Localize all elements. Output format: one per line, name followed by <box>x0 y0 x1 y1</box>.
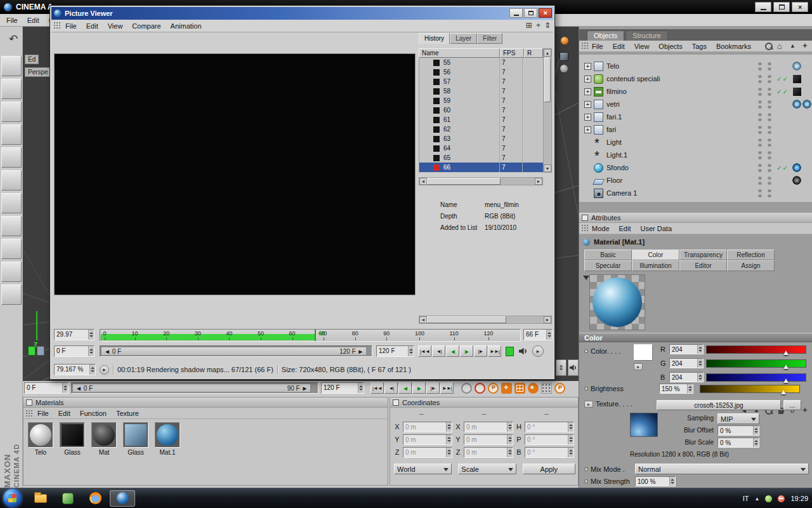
menu-item[interactable]: User Data <box>641 225 672 232</box>
grip-icon[interactable] <box>26 410 34 418</box>
brightness-slider[interactable] <box>700 385 800 393</box>
material-item[interactable]: Mat.1 <box>153 422 182 456</box>
object-tag-thumbnail[interactable] <box>792 188 812 199</box>
history-tab[interactable]: Filter <box>477 33 502 44</box>
object-name[interactable]: Light.1 <box>606 151 758 159</box>
gray-sphere-icon[interactable] <box>560 65 568 72</box>
object-row[interactable]: fari.1 <box>579 110 812 123</box>
language-indicator[interactable]: IT <box>743 495 749 502</box>
object-tag-thumbnail[interactable] <box>792 137 812 148</box>
object-row[interactable]: vetri <box>579 98 812 110</box>
object-row[interactable]: Light <box>579 136 812 149</box>
restore-button[interactable] <box>773 2 790 12</box>
undo-icon[interactable]: ↶ <box>4 30 23 47</box>
texture-grid-icon[interactable] <box>514 383 525 394</box>
add-icon[interactable] <box>801 42 809 51</box>
menu-item[interactable]: File <box>37 410 49 417</box>
frame-ruler[interactable]: 0102030405060708090100110120 66 <box>100 329 521 342</box>
slider-marker-icon[interactable] <box>783 376 789 383</box>
channel-slider[interactable] <box>706 345 806 354</box>
menu-item[interactable]: View <box>108 22 123 30</box>
updown-icon[interactable]: ⇕ <box>544 21 551 30</box>
slider-marker-icon[interactable] <box>781 387 786 394</box>
up-arrow-icon[interactable] <box>789 42 797 51</box>
clock[interactable]: 19:29 <box>790 495 808 502</box>
transport-button[interactable]: ►►| <box>488 345 501 357</box>
material-thumbnail[interactable] <box>91 422 117 448</box>
menu-item[interactable]: File <box>6 17 18 24</box>
material-item[interactable]: Glass <box>58 422 87 456</box>
transport-button[interactable]: |◄◄ <box>370 382 384 394</box>
menu-item[interactable]: View <box>634 43 650 50</box>
material-thumbnail[interactable] <box>155 422 180 448</box>
grid-arrow-tool[interactable] <box>1 262 22 282</box>
material-item[interactable]: Telo <box>26 422 55 456</box>
object-name[interactable]: Sfondo <box>606 164 758 171</box>
object-tag-thumbnail[interactable] <box>792 163 812 173</box>
tray-alert-icon[interactable] <box>778 495 785 502</box>
texture-file-button[interactable]: crosoft-15253.jpg <box>657 400 781 410</box>
pv-start-field[interactable]: 0 F <box>54 345 95 357</box>
record-icon[interactable] <box>475 383 485 394</box>
spinner-arrows-icon[interactable] <box>89 364 95 375</box>
search-icon[interactable] <box>764 42 773 51</box>
fps-field[interactable]: 29.97 <box>54 329 95 340</box>
object-row[interactable]: contenuti speciali <box>579 72 812 85</box>
cube-array-tool[interactable] <box>1 147 22 168</box>
timeline-end-field[interactable]: 120 F <box>321 382 364 394</box>
preview-collapse-icon[interactable] <box>583 276 589 283</box>
history-row[interactable]: 57 7 <box>419 77 543 86</box>
history-row[interactable]: 65 7 <box>419 153 543 163</box>
start-button[interactable] <box>3 489 22 507</box>
visibility-dots[interactable] <box>758 150 771 159</box>
enabled-check-icon[interactable] <box>776 164 792 171</box>
picture-viewer-titlebar[interactable]: Picture Viewer × <box>51 7 553 20</box>
coordinates-header[interactable]: Coordinates <box>390 398 578 408</box>
texture-thumbnail[interactable] <box>630 413 658 437</box>
column-r[interactable]: R <box>524 48 543 58</box>
object-row[interactable]: filmino <box>579 85 812 98</box>
settings-gear-icon[interactable] <box>528 383 539 394</box>
tray-expand-icon[interactable]: ▲ <box>755 496 760 502</box>
object-row[interactable]: Telo <box>579 60 812 72</box>
position-field[interactable]: 0 m <box>403 447 452 458</box>
attribute-tab[interactable]: Basic <box>584 250 632 260</box>
texture-expand-icon[interactable]: ▸ <box>584 401 593 408</box>
rotation-field[interactable]: 0 ° <box>525 447 574 458</box>
channel-slider[interactable] <box>706 359 806 368</box>
grip-icon[interactable] <box>54 22 62 30</box>
spinner-arrows-icon[interactable] <box>697 345 703 354</box>
history-row[interactable]: 58 7 <box>419 86 543 96</box>
visibility-dots[interactable] <box>758 125 771 134</box>
color-group-header[interactable]: Color <box>579 333 812 342</box>
position-field[interactable]: 0 m <box>403 434 452 445</box>
taskbar-folder-button[interactable] <box>28 490 53 507</box>
spinner-arrows-icon[interactable] <box>507 448 513 457</box>
spinner-arrows-icon[interactable] <box>446 448 452 457</box>
timeline-range-thumb[interactable]: 0 F 90 F <box>72 384 311 392</box>
expand-toggle[interactable] <box>584 76 591 83</box>
viewport-menu-label[interactable]: Ed <box>25 55 39 64</box>
spinner-arrows-icon[interactable] <box>687 384 693 393</box>
grid-array-tool[interactable] <box>1 170 22 190</box>
material-item[interactable]: Mat <box>89 422 119 456</box>
transport-button[interactable]: ◄| <box>432 345 445 357</box>
material-item[interactable]: Glass <box>121 422 150 456</box>
history-row[interactable]: 61 7 <box>419 115 543 124</box>
menu-item[interactable]: Edit <box>86 22 98 30</box>
timeline-start-field[interactable]: 0 F <box>24 382 69 394</box>
add-icon[interactable] <box>801 406 809 415</box>
object-tag-thumbnail[interactable] <box>792 86 812 97</box>
matrix-tool[interactable] <box>1 193 22 213</box>
channel-value-field[interactable]: 204 <box>669 358 704 368</box>
material-thumbnail[interactable] <box>28 422 53 448</box>
slider-marker-icon[interactable] <box>783 348 789 355</box>
scroll-thumb[interactable] <box>544 58 551 102</box>
transport-button[interactable]: ◄ <box>398 382 412 394</box>
position-field[interactable]: 0 m <box>403 422 452 432</box>
object-tag-thumbnail[interactable] <box>792 74 812 84</box>
scroll-updown-icon[interactable]: ⇕ <box>556 359 566 376</box>
rotation-field[interactable]: 0 ° <box>525 434 574 445</box>
pv-range-thumb[interactable]: 0 F 120 F <box>101 347 367 356</box>
menu-item[interactable]: Animation <box>171 22 202 30</box>
